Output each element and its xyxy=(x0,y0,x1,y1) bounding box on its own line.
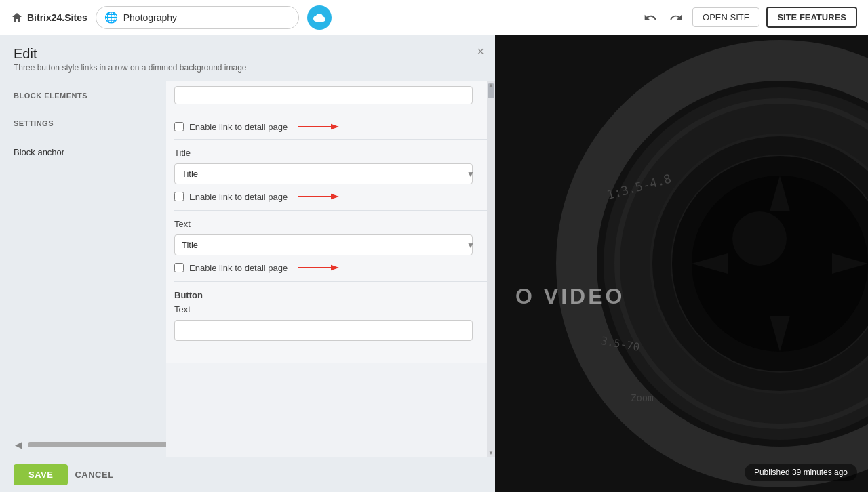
cloud-sync-button[interactable] xyxy=(307,5,332,30)
scroll-left-arrow[interactable]: ◀ xyxy=(14,438,24,451)
title-select-wrap: Title Subtitle None ▼ xyxy=(174,163,481,184)
svg-point-16 xyxy=(732,211,787,266)
text-select-wrap: Title Subtitle None ▼ xyxy=(174,234,481,255)
save-button[interactable]: SAVE xyxy=(14,464,68,485)
preview-area: 1:3.5-4.8 3.5-70 Zoom O VIDEO Published … xyxy=(495,35,868,492)
enable-link-label-text: Enable link to detail page xyxy=(189,263,288,273)
button-section: Button Text xyxy=(166,282,495,349)
site-name-field[interactable]: 🌐 xyxy=(96,6,299,29)
svg-marker-5 xyxy=(331,265,339,271)
block-anchor-item[interactable]: Block anchor xyxy=(14,144,153,160)
form-section-top-checkbox: Enable link to detail page xyxy=(166,110,495,139)
published-badge: Published 39 minutes ago xyxy=(745,464,857,481)
globe-icon: 🌐 xyxy=(104,11,118,24)
title-section-label: Title xyxy=(174,148,481,158)
logo: Bitrix24.Sites xyxy=(11,12,87,24)
close-button[interactable]: × xyxy=(477,45,484,59)
edit-subtitle: Three button style links in a row on a d… xyxy=(14,63,481,73)
svg-text:Zoom: Zoom xyxy=(631,392,654,403)
button-text-label: Text xyxy=(174,304,481,314)
settings-title: SETTINGS xyxy=(14,119,153,127)
form-area: Enable link to detail page xyxy=(166,81,495,457)
form-inner: Enable link to detail page xyxy=(166,81,495,363)
title-section: Title Title Subtitle None ▼ xyxy=(166,140,495,210)
checkbox-row-1: Enable link to detail page xyxy=(174,121,481,132)
home-icon[interactable] xyxy=(11,12,23,24)
cancel-button[interactable]: CANCEL xyxy=(75,470,113,480)
redo-button[interactable] xyxy=(667,8,686,27)
header-actions: OPEN SITE SITE FEATURES xyxy=(641,7,857,28)
edit-title: Edit xyxy=(14,46,481,62)
text-section: Text Title Subtitle None ▼ xyxy=(166,211,495,281)
text-section-label: Text xyxy=(174,219,481,229)
preview-image: 1:3.5-4.8 3.5-70 Zoom O VIDEO xyxy=(495,35,868,492)
edit-body: BLOCK ELEMENTS SETTINGS Block anchor ◀ ▶ xyxy=(0,81,495,457)
site-name-input[interactable] xyxy=(123,12,290,23)
title-select[interactable]: Title Subtitle None xyxy=(174,163,473,184)
edit-panel: Edit Three button style links in a row o… xyxy=(0,35,495,492)
block-elements-title: BLOCK ELEMENTS xyxy=(14,91,153,100)
open-site-button[interactable]: OPEN SITE xyxy=(692,7,760,27)
divider-2 xyxy=(14,136,153,136)
checkbox-row-text: Enable link to detail page xyxy=(174,262,481,273)
left-sidebar: BLOCK ELEMENTS SETTINGS Block anchor ◀ ▶ xyxy=(0,81,166,457)
red-arrow-title xyxy=(298,191,339,202)
form-scroll: Enable link to detail page xyxy=(166,81,495,457)
enable-link-label-1: Enable link to detail page xyxy=(189,122,288,132)
undo-button[interactable] xyxy=(641,8,660,27)
button-text-input[interactable] xyxy=(174,320,473,341)
enable-link-checkbox-1[interactable] xyxy=(174,122,184,131)
vertical-scrollbar: ▲ ▼ xyxy=(487,81,495,457)
enable-link-label-title: Enable link to detail page xyxy=(189,192,288,202)
red-arrow-1 xyxy=(298,121,339,132)
scroll-up-arrow-icon[interactable]: ▲ xyxy=(487,81,495,89)
video-text: O VIDEO xyxy=(515,284,625,309)
app-header: Bitrix24.Sites 🌐 OPEN SITE SITE FEATURES xyxy=(0,0,868,35)
site-features-button[interactable]: SITE FEATURES xyxy=(766,7,857,28)
text-select[interactable]: Title Subtitle None xyxy=(174,234,473,255)
svg-marker-3 xyxy=(331,194,339,200)
red-arrow-text xyxy=(298,262,339,273)
top-hidden-input[interactable] xyxy=(174,86,473,104)
enable-link-checkbox-text[interactable] xyxy=(174,263,184,272)
enable-link-checkbox-title[interactable] xyxy=(174,192,184,201)
button-section-label: Button xyxy=(174,290,481,300)
svg-marker-1 xyxy=(331,124,339,130)
logo-text: Bitrix24.Sites xyxy=(27,12,87,23)
checkbox-row-title: Enable link to detail page xyxy=(174,191,481,202)
bottom-bar: SAVE CANCEL xyxy=(0,457,495,492)
divider-1 xyxy=(14,108,153,108)
scroll-down-arrow-icon[interactable]: ▼ xyxy=(487,449,495,457)
top-faded-section xyxy=(166,81,495,110)
main-layout: Edit Three button style links in a row o… xyxy=(0,35,868,492)
edit-header: Edit Three button style links in a row o… xyxy=(0,35,495,81)
